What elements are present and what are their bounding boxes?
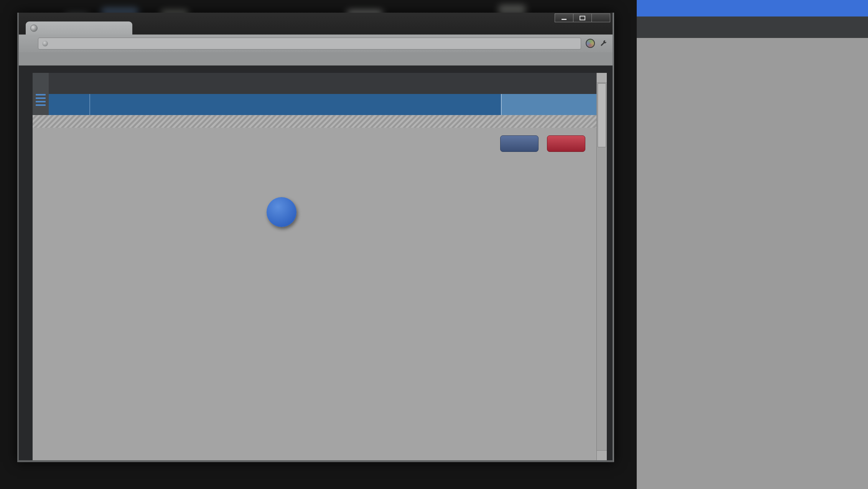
window-controls — [555, 13, 610, 22]
browser-toolbar — [19, 35, 613, 52]
browser-tab[interactable] — [26, 21, 132, 35]
panel-title — [637, 0, 868, 16]
scrollbar-thumb[interactable] — [598, 83, 606, 147]
pending-notifications[interactable] — [501, 94, 597, 115]
save-button[interactable] — [500, 135, 539, 152]
documentation-panel — [637, 0, 868, 489]
app-main — [33, 73, 597, 460]
collapsed-toolbar-area — [33, 115, 597, 128]
figure-4-callout-badge — [267, 197, 296, 227]
module-bar-divider — [89, 94, 90, 115]
sidebar-items — [637, 16, 868, 38]
browser-titlebar — [19, 13, 613, 35]
maximize-button[interactable] — [573, 13, 592, 22]
cancel-button[interactable] — [547, 135, 585, 152]
extensions-icon[interactable] — [586, 39, 595, 48]
action-buttons — [38, 135, 585, 152]
minimize-icon — [562, 19, 567, 20]
minimize-button[interactable] — [555, 13, 573, 22]
page-security-icon — [42, 41, 48, 46]
browser-window — [17, 13, 614, 462]
bookmarks-bar — [19, 52, 613, 66]
wrench-menu-icon[interactable] — [600, 40, 607, 47]
address-bar[interactable] — [38, 38, 581, 49]
content-area — [33, 128, 597, 460]
mosaic-app — [33, 73, 607, 460]
scroll-down-icon[interactable] — [597, 450, 607, 460]
page-background — [19, 66, 613, 460]
maximize-icon — [580, 16, 585, 20]
menu-icon[interactable] — [36, 94, 46, 106]
vertical-scrollbar[interactable] — [596, 73, 607, 460]
sidebar-items-dimmed — [637, 38, 868, 489]
scroll-up-icon[interactable] — [597, 73, 607, 83]
close-window-button[interactable] — [591, 13, 610, 22]
breadcrumb — [33, 73, 597, 94]
tab-favicon-icon — [30, 25, 38, 32]
menu-strip — [33, 73, 49, 115]
desktop — [0, 0, 868, 489]
module-bar — [33, 94, 597, 115]
